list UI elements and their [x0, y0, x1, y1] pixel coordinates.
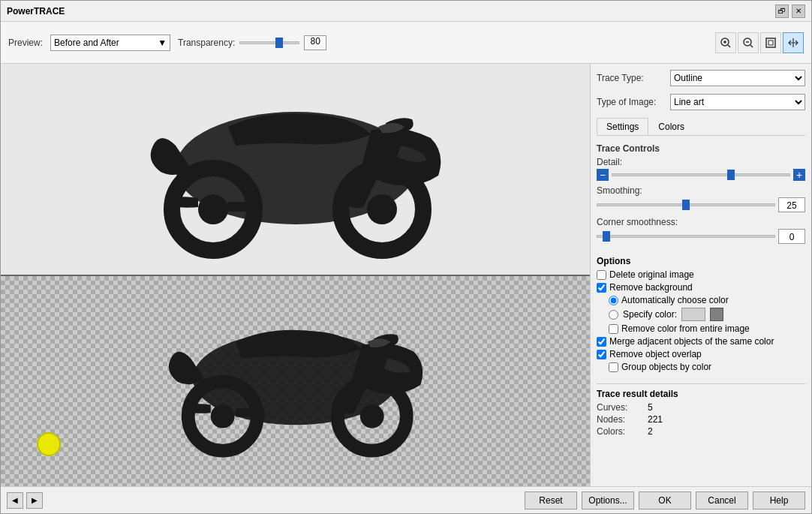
corner-smoothness-label: Corner smoothness: — [597, 217, 678, 227]
transparency-value[interactable]: 80 — [304, 35, 326, 50]
svg-point-16 — [210, 404, 234, 428]
preview-dropdown[interactable]: Before and After ▼ — [50, 35, 170, 51]
transparency-control: Transparency: 80 — [178, 35, 326, 50]
detail-slider-row: − + — [597, 169, 805, 181]
right-panel: Trace Type: Outline Centerline Contour T… — [590, 64, 811, 486]
toolbar: Preview: Before and After ▼ Transparency… — [1, 22, 811, 64]
auto-color-radio[interactable] — [609, 296, 618, 305]
svg-point-11 — [198, 194, 228, 224]
colors-value: 2 — [648, 426, 653, 437]
remove-background-label: Remove background — [609, 282, 693, 293]
preview-value: Before and After — [54, 38, 119, 48]
tab-colors[interactable]: Colors — [648, 118, 694, 135]
nodes-row: Nodes: 221 — [597, 414, 805, 425]
remove-background-checkbox[interactable] — [597, 283, 606, 293]
corner-smoothness-value[interactable]: 0 — [778, 229, 805, 244]
detail-plus-button[interactable]: + — [793, 169, 805, 181]
auto-color-label: Automatically choose color — [621, 295, 729, 305]
image-type-select[interactable]: Line art Logo Detailed logo Clipart — [670, 94, 805, 110]
remove-color-entire-row: Remove color from entire image — [597, 323, 805, 334]
corner-smoothness-slider-row: 0 — [597, 229, 805, 244]
after-image — [123, 293, 468, 468]
svg-point-18 — [359, 404, 383, 428]
pan-button[interactable] — [783, 32, 804, 53]
auto-color-row: Automatically choose color — [597, 295, 805, 305]
curves-value: 5 — [648, 402, 653, 413]
nav-buttons: ◀ ▶ — [7, 492, 43, 509]
colors-row: Colors: 2 — [597, 426, 805, 437]
svg-line-1 — [728, 45, 730, 47]
curves-row: Curves: 5 — [597, 402, 805, 413]
color-picker-button[interactable] — [710, 308, 723, 321]
curves-label: Curves: — [597, 402, 642, 413]
trace-results-title: Trace result details — [597, 389, 805, 399]
preview-panel — [1, 64, 590, 486]
preview-after — [1, 276, 590, 487]
main-content: Trace Type: Outline Centerline Contour T… — [1, 64, 811, 486]
group-by-color-label: Group objects by color — [621, 362, 711, 372]
delete-original-checkbox[interactable] — [597, 270, 606, 280]
remove-color-entire-checkbox[interactable] — [609, 324, 618, 334]
transparency-label: Transparency: — [178, 38, 235, 48]
chevron-down-icon: ▼ — [158, 38, 167, 48]
reset-button[interactable]: Reset — [525, 491, 577, 509]
title-bar-right: 🗗 ✕ — [775, 5, 805, 18]
trace-type-select[interactable]: Outline Centerline Contour — [670, 70, 805, 86]
image-type-row: Type of Image: Line art Logo Detailed lo… — [597, 94, 805, 110]
specify-color-radio[interactable] — [609, 310, 618, 320]
remove-background-row: Remove background — [597, 282, 805, 293]
delete-original-label: Delete original image — [609, 269, 694, 280]
specify-color-label: Specify color: — [623, 309, 677, 320]
smoothing-slider[interactable] — [597, 203, 775, 206]
preview-label: Preview: — [8, 38, 43, 48]
trace-results-section: Trace result details Curves: 5 Nodes: 22… — [597, 383, 805, 438]
image-type-label: Type of Image: — [597, 97, 664, 107]
trace-controls-title: Trace Controls — [597, 143, 805, 154]
app-title: PowerTRACE — [7, 6, 65, 17]
trace-type-label: Trace Type: — [597, 73, 664, 83]
trace-type-row: Trace Type: Outline Centerline Contour — [597, 70, 805, 86]
smoothing-label: Smoothing: — [597, 185, 642, 196]
group-by-color-checkbox[interactable] — [609, 362, 618, 372]
trace-controls-section: Trace Controls Detail: − + Smoothing: — [597, 143, 805, 248]
before-image — [116, 71, 476, 268]
merge-adjacent-label: Merge adjacent objects of the same color — [609, 336, 774, 347]
svg-point-13 — [367, 194, 397, 224]
options-button[interactable]: Options... — [582, 491, 634, 509]
detail-slider[interactable] — [612, 173, 790, 176]
restore-button[interactable]: 🗗 — [775, 5, 789, 18]
delete-original-row: Delete original image — [597, 269, 805, 280]
zoom-in-button[interactable] — [715, 32, 736, 53]
group-by-color-row: Group objects by color — [597, 362, 805, 372]
zoom-out-button[interactable] — [738, 32, 759, 53]
svg-rect-8 — [768, 41, 773, 45]
svg-line-5 — [750, 45, 753, 47]
color-swatch[interactable] — [681, 308, 705, 321]
options-title: Options — [597, 256, 805, 266]
transparency-slider[interactable] — [239, 41, 299, 44]
preview-before — [1, 64, 590, 276]
options-section: Options Delete original image Remove bac… — [597, 256, 805, 374]
bottom-bar: ◀ ▶ Reset Options... OK Cancel Help — [1, 486, 811, 513]
help-button[interactable]: Help — [753, 491, 805, 509]
specify-color-row: Specify color: — [597, 308, 805, 321]
close-button[interactable]: ✕ — [792, 5, 805, 18]
remove-overlap-checkbox[interactable] — [597, 350, 606, 359]
fit-page-button[interactable] — [760, 32, 781, 53]
tab-settings[interactable]: Settings — [597, 118, 648, 135]
smoothing-value[interactable]: 25 — [778, 197, 805, 212]
cancel-button[interactable]: Cancel — [696, 491, 748, 509]
merge-adjacent-row: Merge adjacent objects of the same color — [597, 336, 805, 347]
nodes-label: Nodes: — [597, 414, 642, 425]
nodes-value: 221 — [648, 414, 663, 425]
cursor-indicator — [37, 432, 61, 456]
prev-button[interactable]: ◀ — [7, 492, 23, 509]
remove-color-entire-label: Remove color from entire image — [621, 323, 750, 334]
merge-adjacent-checkbox[interactable] — [597, 337, 606, 347]
detail-minus-button[interactable]: − — [597, 169, 609, 181]
ok-button[interactable]: OK — [639, 491, 691, 509]
next-button[interactable]: ▶ — [26, 492, 43, 509]
main-window: PowerTRACE 🗗 ✕ Preview: Before and After… — [0, 0, 812, 514]
corner-smoothness-slider[interactable] — [597, 235, 775, 238]
svg-rect-7 — [766, 38, 775, 47]
